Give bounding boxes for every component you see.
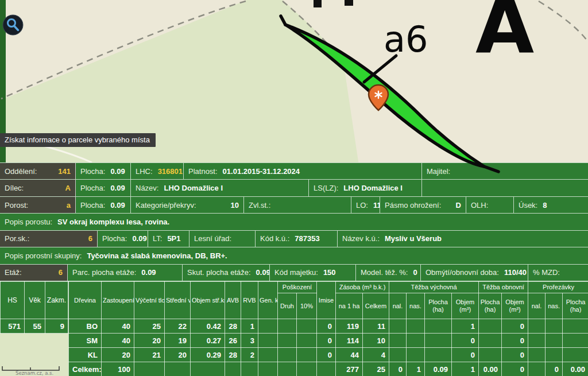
table-cell: 0.27	[191, 334, 225, 348]
col-objem-str-kmene: Objem stř.kmene (m³ b.k.)	[191, 282, 225, 319]
table-cell: 40	[102, 334, 134, 348]
table-cell: 0.00	[479, 362, 502, 376]
table-cell: 0	[502, 334, 528, 348]
field-label: % MZD:	[533, 268, 560, 277]
stand-summary-table: HS Věk Zakm. 571 55 9	[0, 281, 68, 334]
field-label: Popis porostu:	[5, 218, 52, 226]
table-cell: 1	[241, 319, 258, 334]
table-cell: 1	[407, 362, 425, 376]
field-label: Etáž:	[5, 268, 22, 277]
table-cell: 2	[241, 348, 258, 362]
table-cell	[317, 362, 336, 376]
field-value: LHO Domažlice I	[164, 184, 223, 192]
field-kategorie-prekryv: Kategorie/překryv:10	[131, 197, 244, 213]
field-mzd: % MZD:	[528, 265, 588, 281]
field-label: Název k.ú.:	[342, 234, 380, 243]
field-label: Kód majetku:	[274, 268, 318, 277]
field-pasmo-ohrozeni: Pásmo ohrožení:D	[380, 197, 466, 213]
field-value: Myslív u Všerub	[385, 234, 442, 243]
field-value: 5P1	[167, 234, 180, 243]
field-oddeleni: Oddělení:141	[0, 163, 76, 179]
table-cell	[278, 319, 297, 334]
table-cell	[407, 334, 425, 348]
field-value: SV okraj komplexu lesa, rovina.	[57, 218, 169, 226]
table-cell	[225, 362, 241, 376]
table-cell	[546, 348, 563, 362]
field-plocha-3: Plocha:0.09	[76, 197, 131, 213]
info-row-7: Etáž:6 Parc. plocha etáže:0.09 Skut. plo…	[0, 265, 588, 281]
table-cell	[297, 319, 317, 334]
table-cell	[297, 334, 317, 348]
field-model-tez: Model. těž. %:0	[356, 265, 421, 281]
table-cell: 44	[336, 348, 363, 362]
field-label: Obmýtí/obnovní doba:	[425, 268, 499, 277]
table-cell	[389, 334, 407, 348]
field-label: Popis porostní skupiny:	[5, 251, 82, 260]
field-plocha-4: Plocha:0.09	[98, 231, 148, 247]
field-value: 0.09	[141, 268, 156, 277]
table-cell: 11	[363, 319, 389, 334]
col-prorezavky: Prořezávky	[528, 282, 588, 293]
field-popis-porostni-skupiny: Popis porostní skupiny:Tyčovina až slabá…	[0, 247, 588, 263]
col-objem-m3-1: Objem (m³)	[452, 293, 479, 319]
field-label: LS(LZ):	[314, 184, 338, 192]
field-plocha-1: Plocha:0.09	[76, 163, 131, 179]
field-lslz: LS(LZ):LHO Domažlice I	[309, 180, 422, 196]
stand-tables: HS Věk Zakm. 571 55 9	[0, 281, 588, 376]
field-empty	[422, 180, 588, 196]
table-cell	[563, 348, 588, 362]
field-value: 6	[88, 234, 92, 243]
table-cell: 100	[102, 362, 134, 376]
table-cell: 1	[452, 362, 479, 376]
table-cell: 0.00	[563, 362, 588, 376]
table-cell: 114	[336, 334, 363, 348]
field-label: Plocha:	[80, 201, 105, 210]
field-lt: LT:5P1	[148, 231, 189, 247]
field-value: 0.09	[110, 184, 125, 192]
field-value: D	[456, 201, 461, 210]
field-zvlst: Zvl.st.:	[244, 197, 351, 213]
table-cell	[563, 334, 588, 348]
field-porost: Porost:a	[0, 197, 76, 213]
table-cell: 25	[134, 319, 165, 334]
table-cell	[528, 319, 546, 334]
table-cell: 277	[336, 362, 363, 376]
col-avb: AVB	[225, 282, 241, 319]
parcel-info-rows: Oddělení:141 Plocha:0.09 LHC:316801 Plat…	[0, 162, 588, 281]
field-label: Plocha:	[80, 167, 105, 176]
field-kod-ku: Kód k.ú.:787353	[256, 231, 338, 247]
table-cell: 0	[546, 362, 563, 376]
table-row: Celkem:10027725010.0910.00000.00	[69, 362, 588, 376]
field-lhc: LHC:316801	[131, 163, 184, 179]
field-value: a	[67, 201, 71, 210]
table-cell: 9	[45, 319, 68, 334]
field-label: Por.sk.:	[5, 234, 29, 243]
field-value: LHO Domažlice I	[343, 184, 403, 192]
field-label: Porost:	[5, 201, 28, 210]
field-value: A	[65, 184, 71, 192]
field-label: Kód k.ú.:	[260, 234, 289, 243]
col-nas-2: nas.	[546, 293, 563, 319]
table-cell	[528, 362, 546, 376]
field-majitel: Majitel:	[422, 163, 588, 179]
col-tezba-vychovna: Těžba výchovná	[389, 282, 479, 293]
search-button[interactable]	[2, 14, 24, 36]
field-value: 787353	[295, 234, 319, 243]
table-cell	[191, 362, 225, 376]
table-cell	[241, 362, 258, 376]
table-cell	[479, 319, 502, 334]
col-celkem: Celkem	[363, 293, 389, 319]
info-row-5: Por.sk.:6 Plocha:0.09 LT:5P1 Lesní úřad:…	[0, 231, 588, 247]
col-imise: Imise	[317, 282, 336, 319]
table-cell: 4	[363, 348, 389, 362]
col-nas-1: nas.	[407, 293, 425, 319]
table-cell: 26	[225, 334, 241, 348]
table-cell	[134, 362, 165, 376]
table-cell	[528, 334, 546, 348]
col-zasoba: Zásoba (m³ b.k.)	[336, 282, 389, 293]
field-etaz: Etáž:6	[0, 265, 68, 281]
field-value: 11	[373, 201, 380, 210]
col-plocha-ha-1: Plocha (ha)	[425, 293, 452, 319]
field-label: Plocha:	[102, 234, 127, 243]
field-value: 0.09	[132, 234, 146, 243]
